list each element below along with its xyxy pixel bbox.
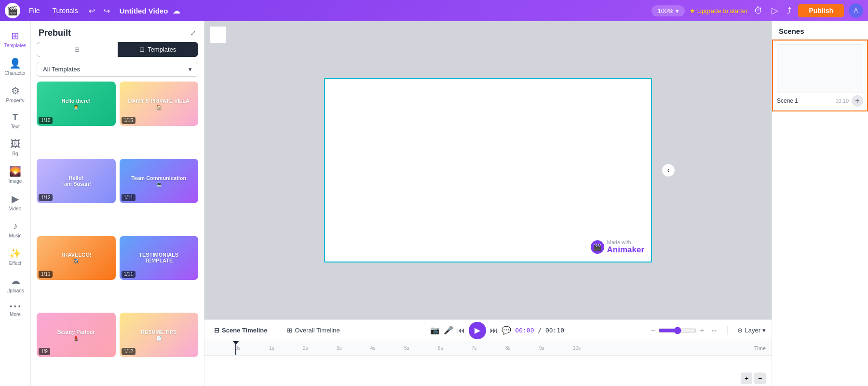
collapse-panel-button[interactable]: ‹ (662, 164, 675, 177)
timeline-actions: + − (741, 372, 766, 384)
remove-time-button[interactable]: − (754, 372, 766, 384)
overall-timeline-tab[interactable]: ⊞ Overall Timeline (283, 325, 343, 336)
template-label-4: Team Communication💻 (129, 173, 188, 189)
divider (727, 326, 728, 335)
dropdown-chevron-icon: ▾ (189, 66, 192, 73)
canvas-area: 🎬 Made with Animaker ‹ ⊟ Scene Timeline (204, 21, 772, 386)
add-scene-button[interactable]: + (852, 95, 863, 107)
tutorials-menu[interactable]: Tutorials (49, 5, 82, 16)
property-icon: ⚙ (11, 85, 20, 96)
timer-icon[interactable]: ⏱ (752, 4, 765, 18)
layers-icon: ⊕ (737, 327, 743, 334)
zoom-control[interactable]: 100% ▾ (651, 5, 684, 16)
brand-text: Animaker (607, 245, 644, 255)
scene-timeline-tab[interactable]: ⊟ Scene Timeline (210, 325, 271, 336)
sidebar-item-music[interactable]: ♪ Music (2, 217, 29, 243)
template-card-5[interactable]: TRAVELGO!✈️ 1/11 (37, 236, 116, 280)
sidebar-item-uploads[interactable]: ☁ Uploads (2, 271, 29, 298)
layer-control[interactable]: ⊕ Layer ▾ (737, 327, 766, 334)
effect-icon: ✨ (9, 248, 21, 259)
undo-button[interactable]: ↩ (87, 4, 97, 17)
skip-back-button[interactable]: ⏮ (457, 326, 465, 335)
time-separator: / (538, 327, 545, 334)
sidebar-label-character: Character (5, 70, 26, 76)
sidebar-item-more[interactable]: • • • More (2, 299, 29, 321)
timeline-bar: ⊟ Scene Timeline ⊞ Overall Timeline 📷 🎤 … (204, 319, 772, 341)
scene-name-1: Scene 1 (777, 97, 798, 104)
sidebar-label-text: Text (11, 124, 19, 130)
scene-timeline-icon: ⊟ (214, 327, 219, 334)
mic-icon-button[interactable]: 🎤 (444, 326, 453, 335)
sidebar-item-bg[interactable]: 🖼 Bg (2, 135, 29, 161)
play-button[interactable]: ▶ (469, 322, 486, 339)
upgrade-button[interactable]: ★ Upgrade to starter (690, 7, 748, 14)
template-badge-6: 1/11 (122, 271, 136, 278)
add-time-button[interactable]: + (741, 372, 752, 384)
skip-forward-button[interactable]: ⏭ (490, 326, 498, 335)
template-grid: Hello there!👨‍💼 1/10 DAISY'S PRIVATE VIL… (31, 82, 204, 386)
ruler-tick-6: 6s (438, 345, 472, 351)
subtitles-button[interactable]: 💬 (502, 326, 511, 335)
panel-expand-button[interactable]: ⤢ (190, 28, 196, 38)
template-badge-8: 1/12 (122, 348, 136, 355)
templates-tab-icon: ⊡ (139, 46, 145, 53)
redo-button[interactable]: ↪ (102, 4, 112, 17)
template-label-2: DAISY'S PRIVATE VILLA🏠 (126, 96, 192, 111)
character-icon: 👤 (9, 57, 21, 69)
template-label-7: Beauty Parlour💄 (55, 327, 97, 343)
image-icon: 🌄 (9, 165, 21, 177)
sidebar-item-effect[interactable]: ✨ Effect (2, 244, 29, 270)
template-card-3[interactable]: Hello!I am Susan! 1/12 (37, 159, 116, 203)
zoom-slider[interactable] (658, 327, 697, 334)
watermark-text: Made with Animaker (607, 239, 644, 255)
share-icon[interactable]: ⤴ (785, 4, 793, 18)
camera-icon-button[interactable]: 📷 (430, 326, 440, 335)
uploads-icon: ☁ (11, 275, 20, 287)
template-filter-dropdown[interactable]: All Templates ▾ (37, 62, 198, 77)
total-time: 00:10 (545, 327, 564, 334)
sidebar-label-video: Video (9, 206, 21, 212)
scene-time-1: 00:10 (835, 98, 849, 104)
template-card-8[interactable]: RESUME TIPS📄 1/12 (120, 313, 199, 357)
sidebar-item-property[interactable]: ⚙ Property (2, 81, 29, 108)
topbar: 🎬 File Tutorials ↩ ↪ Untitled Video ☁ 10… (0, 0, 868, 21)
ruler-tick-5: 5s (404, 345, 438, 351)
template-card-6[interactable]: TESTIMONIALSTEMPLATE 1/11 (120, 236, 199, 280)
template-badge-1: 1/10 (39, 117, 53, 124)
sidebar-item-character[interactable]: 👤 Character (2, 54, 29, 80)
template-card-4[interactable]: Team Communication💻 1/11 (120, 159, 199, 203)
template-label-5: TRAVELGO!✈️ (59, 250, 94, 265)
template-label-8: RESUME TIPS📄 (139, 327, 179, 343)
template-card-2[interactable]: DAISY'S PRIVATE VILLA🏠 1/15 (120, 82, 199, 126)
sidebar-label-uploads: Uploads (6, 288, 24, 294)
scenes-header: Scenes (772, 21, 868, 40)
template-badge-3: 1/12 (39, 194, 53, 201)
timeline-controls: 📷 🎤 ⏮ ▶ ⏭ 💬 00:00 / 00:10 (430, 322, 564, 339)
cloud-save-icon[interactable]: ☁ (173, 6, 180, 15)
file-menu[interactable]: File (25, 5, 44, 16)
video-icon: ▶ (12, 193, 19, 205)
panel-header: Prebuilt ⤢ (31, 21, 204, 42)
overall-timeline-label: Overall Timeline (295, 327, 339, 334)
scene-item-1[interactable]: Scene 1 00:10 + (772, 40, 868, 111)
canvas-frame[interactable]: 🎬 Made with Animaker (324, 78, 652, 262)
template-badge-4: 1/11 (122, 194, 136, 201)
main-layout: ⊞ Templates 👤 Character ⚙ Property T Tex… (0, 21, 868, 386)
ruler-tick-4: 4s (370, 345, 404, 351)
sidebar-item-templates[interactable]: ⊞ Templates (2, 26, 29, 53)
tab-templates[interactable]: ⊡ Templates (118, 42, 199, 57)
publish-button[interactable]: Publish (798, 4, 844, 17)
sidebar-label-image: Image (9, 179, 22, 184)
scene-timeline-label: Scene Timeline (222, 327, 267, 334)
sidebar-item-text[interactable]: T Text (2, 109, 29, 134)
sidebar-item-video[interactable]: ▶ Video (2, 189, 29, 216)
tab-grid[interactable]: ⊞ (37, 42, 118, 57)
template-card-1[interactable]: Hello there!👨‍💼 1/10 (37, 82, 116, 126)
sidebar-item-image[interactable]: 🌄 Image (2, 162, 29, 188)
zoom-plus-icon: + (700, 326, 704, 335)
zoom-value: 100% (657, 7, 673, 14)
sidebar-label-music: Music (9, 233, 21, 239)
template-card-7[interactable]: Beauty Parlour💄 1/9 (37, 313, 116, 357)
sidebar-label-more: More (10, 312, 21, 317)
play-preview-icon[interactable]: ▷ (770, 3, 780, 18)
